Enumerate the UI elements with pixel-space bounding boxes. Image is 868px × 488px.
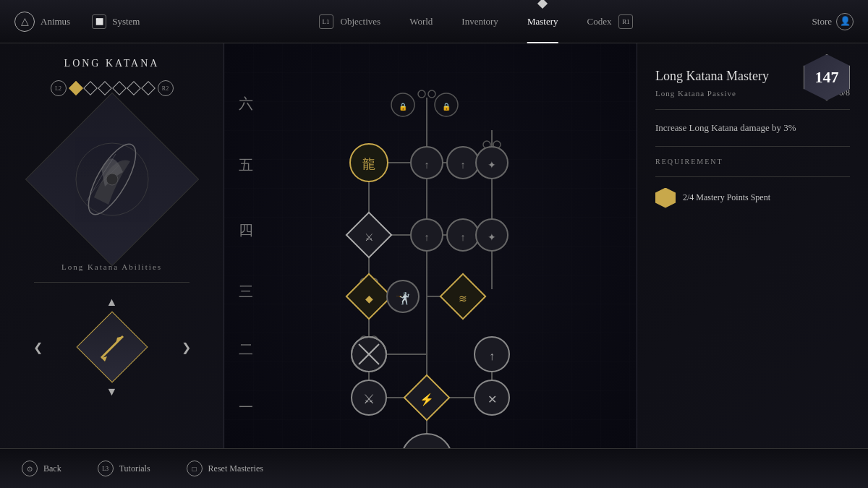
svg-rect-50 — [346, 274, 391, 319]
svg-point-47 — [352, 337, 386, 372]
tutorials-label: Tutorials — [119, 463, 150, 474]
mastery-dot-4 — [112, 81, 127, 95]
svg-rect-3 — [224, 43, 637, 448]
mastery-dot-3 — [98, 81, 112, 95]
objectives-nav-item[interactable]: Objectives — [341, 16, 381, 27]
animus-nav-item[interactable]: △ Animus — [14, 12, 70, 32]
nav-center-group: L1 Objectives World Inventory Mastery Co… — [140, 14, 812, 29]
svg-text:◆: ◆ — [365, 294, 373, 304]
mastery-subtitle: Long Katana Passive — [655, 89, 736, 98]
left-panel: LONG KATANA L2 R2 Long Katana Abilities … — [0, 43, 224, 488]
svg-text:⚔: ⚔ — [363, 392, 375, 406]
system-label: System — [112, 16, 140, 27]
mastery-dot-5 — [127, 81, 141, 95]
nav-left-group: △ Animus ⬜ System — [14, 12, 140, 32]
scroll-up-button[interactable]: ▲ — [103, 294, 121, 311]
svg-point-31 — [370, 336, 378, 343]
mastery-description: Increase Long Katana damage by 3% — [655, 121, 850, 135]
nav-right-group: Store 👤 — [812, 13, 854, 30]
skill-tree-inner: 六 五 四 三 二 一 — [224, 43, 637, 448]
svg-text:↑: ↑ — [425, 232, 430, 243]
svg-text:🤺: 🤺 — [396, 291, 410, 305]
right-panel: 147 Long Katana Mastery Long Katana Pass… — [637, 43, 868, 488]
top-navigation: △ Animus ⬜ System L1 Objectives World In… — [0, 0, 868, 43]
svg-rect-54 — [441, 274, 485, 319]
svg-point-58 — [411, 219, 443, 251]
svg-point-42 — [475, 380, 509, 415]
store-button[interactable]: Store 👤 — [812, 13, 854, 30]
skill-tree-svg: 六 五 四 三 二 一 — [224, 43, 637, 448]
svg-point-32 — [418, 90, 425, 98]
l1-button[interactable]: L1 — [319, 14, 333, 29]
svg-text:🔒: 🔒 — [399, 102, 408, 111]
requirement-text: 2/4 Mastery Points Spent — [683, 192, 770, 203]
svg-point-35 — [493, 141, 501, 148]
right-divider-1 — [655, 109, 850, 110]
mastery-nav-item[interactable]: Mastery — [527, 16, 558, 27]
tutorials-btn-symbol: L3 — [102, 466, 109, 472]
l2-button[interactable]: L2 — [51, 80, 67, 96]
back-icon: ⊙ — [22, 461, 38, 476]
svg-text:五: 五 — [239, 157, 253, 173]
svg-point-72 — [391, 93, 414, 116]
svg-text:四: 四 — [239, 222, 253, 238]
svg-line-45 — [359, 344, 379, 364]
reset-icon: □ — [187, 461, 203, 476]
svg-line-46 — [359, 344, 379, 364]
tutorials-icon: L3 — [98, 461, 114, 476]
system-nav-item[interactable]: ⬜ System — [92, 14, 140, 29]
scroll-right-button[interactable]: ❯ — [177, 338, 195, 356]
svg-text:↑: ↑ — [461, 160, 466, 171]
svg-text:🔒: 🔒 — [442, 102, 451, 111]
mastery-dot-1 — [69, 81, 83, 95]
system-icon: ⬜ — [92, 14, 106, 29]
inventory-nav-item[interactable]: Inventory — [461, 16, 498, 27]
r1-button[interactable]: R1 — [618, 14, 633, 29]
ability-row: ❮ ❯ — [14, 318, 209, 376]
svg-text:龍: 龍 — [362, 157, 375, 171]
svg-text:↑: ↑ — [425, 160, 430, 171]
store-icon: 👤 — [836, 13, 854, 30]
scroll-left-button[interactable]: ❮ — [29, 338, 46, 356]
svg-point-28 — [360, 278, 367, 286]
svg-point-70 — [476, 147, 508, 179]
animus-label: Animus — [41, 16, 70, 27]
mastery-dot-6 — [141, 81, 156, 95]
svg-text:↑: ↑ — [461, 232, 466, 243]
svg-point-38 — [352, 380, 386, 415]
svg-text:六: 六 — [239, 95, 253, 111]
svg-text:⚔: ⚔ — [365, 232, 374, 243]
store-label: Store — [812, 16, 832, 27]
back-label: Back — [43, 463, 61, 474]
reset-masteries-button[interactable]: □ Reset Masteries — [187, 461, 263, 476]
svg-point-2 — [106, 174, 118, 185]
requirement-label: REQUIREMENT — [655, 158, 850, 166]
skill-tree: 六 五 四 三 二 一 — [224, 43, 637, 448]
world-nav-item[interactable]: World — [409, 16, 433, 27]
svg-text:三: 三 — [239, 283, 253, 299]
inventory-label: Inventory — [461, 16, 498, 27]
weapon-title: LONG KATANA — [64, 58, 160, 69]
svg-rect-56 — [346, 213, 391, 257]
objectives-label: Objectives — [341, 16, 381, 27]
svg-point-30 — [360, 336, 367, 343]
mastery-label: Mastery — [527, 16, 558, 27]
svg-text:✦: ✦ — [488, 232, 496, 243]
codex-nav-item[interactable]: Codex — [587, 16, 611, 27]
back-button[interactable]: ⊙ Back — [22, 461, 61, 476]
svg-point-74 — [435, 93, 458, 116]
svg-text:一: 一 — [239, 399, 253, 415]
bottom-bar: ⊙ Back L3 Tutorials □ Reset Masteries — [0, 448, 868, 488]
svg-text:≋: ≋ — [459, 294, 467, 304]
svg-text:✦: ✦ — [488, 160, 496, 171]
r2-button[interactable]: R2 — [158, 80, 174, 96]
nav-arrows: ▲ ❮ ❯ ▼ — [14, 294, 209, 401]
scroll-down-button[interactable]: ▼ — [103, 383, 121, 401]
weapon-art-svg — [64, 132, 158, 226]
mastery-points-value: 147 — [815, 68, 839, 87]
svg-text:↑: ↑ — [489, 350, 495, 362]
svg-point-34 — [483, 141, 490, 148]
svg-point-33 — [428, 90, 435, 98]
svg-text:✕: ✕ — [488, 393, 497, 406]
tutorials-button[interactable]: L3 Tutorials — [98, 461, 150, 476]
